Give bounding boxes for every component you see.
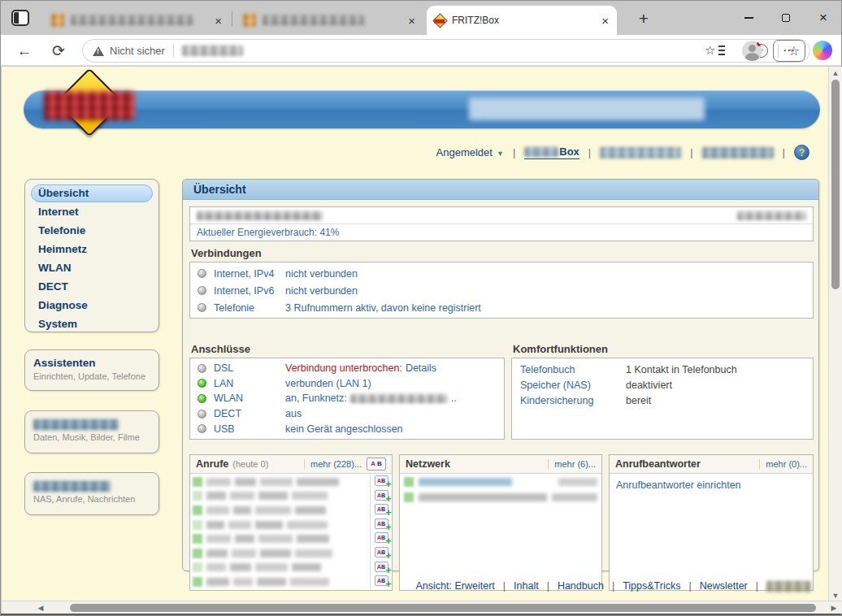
speicher-link[interactable]: Speicher (NAS) <box>520 380 626 391</box>
scroll-up-icon[interactable]: ▲ <box>829 69 842 77</box>
answering-more-link[interactable]: mehr (0)... <box>759 459 807 469</box>
scroll-left-icon[interactable]: ◀ <box>34 604 47 612</box>
fritz-logo <box>42 73 137 148</box>
footer-link-newsletter[interactable]: Newsletter <box>700 580 748 592</box>
footer-link-inhalt[interactable]: Inhalt <box>514 580 539 592</box>
tab-separator <box>232 11 232 26</box>
fritzbox-link[interactable]: Box <box>524 145 579 159</box>
logged-in-menu[interactable]: Angemeldet▼ <box>436 146 504 158</box>
sidebar-item-system[interactable]: System <box>31 315 153 333</box>
add-to-addressbook-icon[interactable]: AB+ <box>375 575 388 586</box>
maximize-button[interactable] <box>774 7 798 28</box>
vertical-scroll-thumb[interactable] <box>831 80 840 289</box>
kindersicherung-link[interactable]: Kindersicherung <box>520 395 626 406</box>
sidebar-item-telefonie[interactable]: Telefonie <box>31 222 153 240</box>
tab-title-redacted <box>71 15 193 25</box>
led-gray-icon <box>197 364 206 373</box>
tab-fritzbox[interactable]: FRITZ!Box × <box>427 6 617 35</box>
network-row-redacted <box>400 489 601 505</box>
myfritz-box[interactable]: NAS, Anrufe, Nachrichten <box>24 472 159 515</box>
tab-strip: × × FRITZ!Box × + × <box>1 1 841 35</box>
add-to-addressbook-icon[interactable]: AB+ <box>375 562 388 572</box>
url-redacted <box>182 46 243 56</box>
add-to-addressbook-icon[interactable]: AB+ <box>375 475 388 486</box>
main-panel: Übersicht Aktueller Energieverbrauch: 41… <box>182 179 819 571</box>
chevron-down-icon: ▼ <box>497 150 504 158</box>
sidebar-item-uebersicht[interactable]: Übersicht <box>31 184 153 202</box>
scroll-down-icon[interactable]: ▼ <box>829 592 842 600</box>
ssid-redacted <box>350 394 448 403</box>
network-title: Netzwerk <box>406 458 450 470</box>
tab-favicon-redacted <box>243 14 256 27</box>
led-gray-icon <box>197 410 206 419</box>
tab-actions-icon[interactable] <box>11 10 29 26</box>
footer-link-tipps[interactable]: Tipps&Tricks <box>623 580 680 592</box>
telefonbuch-link[interactable]: Telefonbuch <box>520 364 626 375</box>
vertical-scrollbar[interactable]: ▲ ▼ <box>828 67 841 602</box>
port-row-dect: DECT aus <box>190 406 504 422</box>
copilot-icon[interactable] <box>813 41 832 60</box>
header-link-redacted-1[interactable] <box>600 147 681 158</box>
sidebar-item-dect[interactable]: DECT <box>31 278 153 296</box>
led-gray-icon <box>197 424 206 433</box>
scroll-right-icon[interactable]: ▶ <box>827 604 840 612</box>
tab-close-icon[interactable]: × <box>215 15 222 27</box>
calls-more-link[interactable]: mehr (228)... <box>304 459 362 469</box>
banner-title-redacted <box>469 98 705 120</box>
view-mode-link[interactable]: Ansicht: Erweitert <box>416 580 495 592</box>
comfort-row: Speicher (NAS) deaktiviert <box>512 377 813 393</box>
tab-close-icon[interactable]: × <box>408 15 415 27</box>
horizontal-scrollbar[interactable]: ◀ ▶ <box>2 601 842 614</box>
add-to-addressbook-icon[interactable]: AB+ <box>375 490 388 501</box>
sidebar-item-wlan[interactable]: WLAN <box>31 259 153 277</box>
add-to-addressbook-icon[interactable]: AB+ <box>375 547 388 557</box>
footer-link-redacted[interactable] <box>766 581 811 592</box>
assistants-box[interactable]: Assistenten Einrichten, Update, Telefone <box>24 349 159 391</box>
calls-panel: Anrufe (heute 0) mehr (228)... A B <box>189 454 393 591</box>
reload-icon[interactable]: ⟳ <box>48 41 69 62</box>
add-to-addressbook-icon[interactable]: AB+ <box>375 518 388 529</box>
tab-redacted-1[interactable]: × <box>43 6 230 35</box>
assistants-subtitle: Einrichten, Update, Telefone <box>33 371 150 381</box>
sidebar-item-internet[interactable]: Internet <box>31 203 153 221</box>
setup-answering-link[interactable]: Anrufbeantworter einrichten <box>610 474 813 497</box>
nas-box[interactable]: Daten, Musik, Bilder, Filme <box>24 410 159 453</box>
address-book-icon[interactable]: A B <box>367 458 386 471</box>
address-bar[interactable]: Nicht sicher ⋯ ☆ <box>82 39 810 63</box>
connection-row: Internet, IPv6 nicht verbunden <box>190 282 813 299</box>
address-divider <box>173 45 174 58</box>
details-link[interactable]: Details <box>406 362 436 374</box>
device-info-box: Aktueller Energieverbrauch: 41% <box>189 206 814 241</box>
comfort-box: Telefonbuch 1 Kontakt in Telefonbuch Spe… <box>511 358 814 440</box>
settings-menu-button[interactable]: ⋯ <box>773 40 805 62</box>
back-icon[interactable]: ← <box>14 41 35 62</box>
minimize-button[interactable] <box>736 7 761 28</box>
led-gray-icon <box>197 286 206 295</box>
network-panel: Netzwerk mehr (6)... <box>399 454 602 591</box>
not-secure-warning-icon[interactable] <box>93 46 104 56</box>
profile-avatar[interactable] <box>742 41 762 61</box>
led-green-icon <box>197 394 206 403</box>
tab-close-icon[interactable]: × <box>601 15 609 27</box>
page-footer: Ansicht: Erweitert | Inhalt | Handbuch |… <box>416 580 811 592</box>
add-to-addressbook-icon[interactable]: AB+ <box>375 532 388 543</box>
connections-heading: Verbindungen <box>191 247 262 259</box>
window-bottom-edge <box>1 614 841 615</box>
box-title-redacted <box>33 481 111 492</box>
ports-box: DSL Verbindung unterbrochen: Details LAN… <box>189 358 505 440</box>
header-link-redacted-2[interactable] <box>702 147 774 158</box>
network-more-link[interactable]: mehr (6)... <box>548 459 596 469</box>
new-tab-button[interactable]: + <box>633 8 654 29</box>
favorites-list-icon[interactable]: ☆ <box>705 41 726 61</box>
window-close-button[interactable]: × <box>811 7 835 28</box>
sidebar-item-diagnose[interactable]: Diagnose <box>31 297 153 315</box>
page-title: Übersicht <box>183 180 818 200</box>
help-icon[interactable]: ? <box>794 145 809 160</box>
fritz-wordmark-redacted <box>44 91 135 120</box>
horizontal-scroll-thumb[interactable] <box>70 604 816 612</box>
sidebar-item-heimnetz[interactable]: Heimnetz <box>31 241 153 258</box>
footer-link-handbuch[interactable]: Handbuch <box>558 580 604 592</box>
tab-title: FRITZ!Box <box>452 15 499 26</box>
add-to-addressbook-icon[interactable]: AB+ <box>375 504 388 514</box>
tab-redacted-2[interactable]: × <box>235 6 423 35</box>
